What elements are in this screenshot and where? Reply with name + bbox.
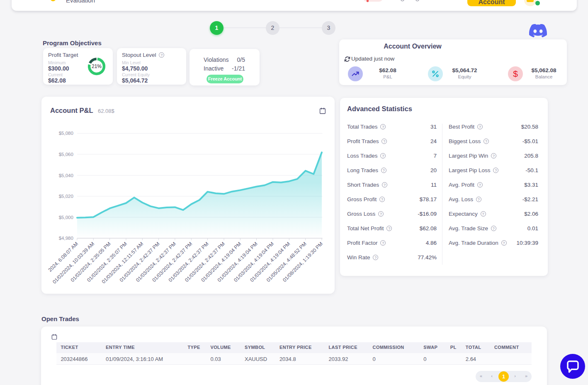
svg-text:2024, 6:08:07 AM: 2024, 6:08:07 AM [47, 241, 79, 273]
svg-text:$5,080: $5,080 [59, 131, 73, 136]
svg-text:$5,060: $5,060 [59, 152, 73, 157]
svg-text:$5,020: $5,020 [59, 194, 73, 199]
svg-text:21%: 21% [92, 63, 102, 69]
svg-text:$4,980: $4,980 [59, 236, 73, 241]
svg-text:$5,040: $5,040 [59, 173, 73, 178]
svg-text:$5,000: $5,000 [59, 215, 73, 220]
